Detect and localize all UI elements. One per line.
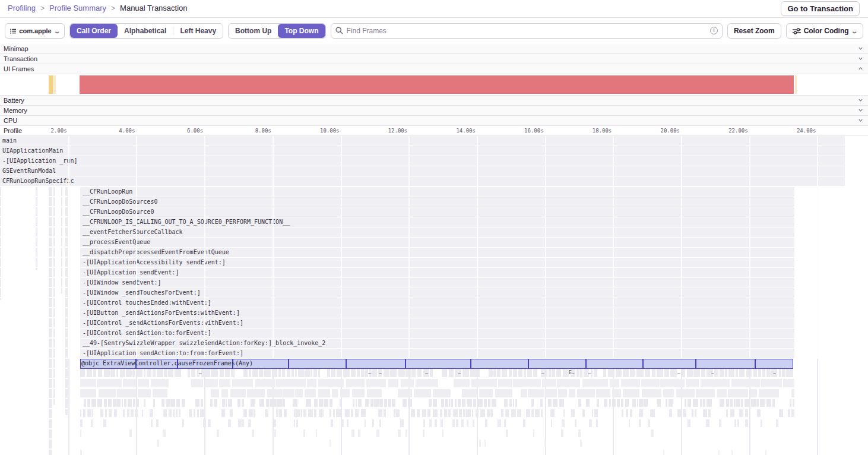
flame-frame[interactable]	[316, 429, 317, 437]
flame-frame[interactable]	[191, 379, 203, 387]
flame-frame[interactable]	[451, 399, 453, 407]
flame-frame[interactable]	[92, 409, 93, 417]
selected-frame-segment[interactable]	[528, 359, 586, 369]
flame-frame[interactable]	[384, 369, 389, 377]
flame-frame[interactable]	[194, 409, 195, 417]
selected-frame-segment[interactable]	[289, 359, 346, 369]
flame-frame[interactable]	[639, 399, 644, 407]
flame-frame[interactable]	[333, 409, 335, 417]
flame-frame[interactable]	[319, 399, 323, 407]
flame-frame[interactable]	[87, 369, 92, 377]
flame-frame[interactable]	[427, 409, 430, 417]
flame-frame[interactable]	[211, 389, 219, 397]
breadcrumb-profiling[interactable]: Profiling	[8, 4, 36, 12]
selected-frame-segment[interactable]	[80, 359, 136, 369]
flame-frame[interactable]	[463, 409, 465, 417]
flame-frame[interactable]	[242, 419, 244, 427]
flame-frame[interactable]	[379, 399, 383, 407]
flame-frame[interactable]	[127, 409, 129, 417]
flame-frame[interactable]	[197, 409, 199, 417]
flame-frame[interactable]	[515, 399, 517, 407]
flame-frame[interactable]	[761, 379, 782, 387]
flame-frame[interactable]	[484, 399, 487, 407]
flame-frame[interactable]	[623, 389, 639, 397]
flame-frame[interactable]	[298, 369, 305, 377]
flame-frame[interactable]	[120, 369, 122, 377]
flame-frame[interactable]	[553, 399, 557, 407]
flame-frame[interactable]	[164, 369, 167, 377]
flame-frame[interactable]	[330, 399, 332, 407]
flame-frame[interactable]	[592, 409, 593, 417]
flame-frame[interactable]	[756, 399, 759, 407]
flame-frame[interactable]	[444, 409, 447, 417]
flame-frame[interactable]: __CFRUNLOOP_IS_CALLING_OUT_TO_A_SOURCE0_…	[80, 217, 794, 227]
flame-frame[interactable]: __CFRunLoopDoSources0	[80, 197, 794, 207]
flame-frame[interactable]: __processEventQueue	[80, 238, 794, 247]
flame-frame[interactable]	[330, 440, 331, 447]
flame-frame[interactable]	[283, 399, 285, 407]
flame-frame[interactable]	[473, 419, 474, 427]
flame-frame[interactable]	[163, 409, 167, 417]
flame-frame[interactable]	[518, 369, 522, 377]
flame-frame[interactable]	[449, 399, 450, 407]
flame-frame[interactable]	[80, 369, 85, 377]
flame-frame[interactable]	[416, 379, 438, 387]
flame-frame[interactable]	[400, 419, 404, 427]
flame-frame[interactable]	[83, 409, 85, 417]
track-row-ui-frames[interactable]: UI Frames	[0, 64, 868, 74]
flame-frame[interactable]	[644, 399, 648, 407]
flame-frame[interactable]	[252, 369, 258, 377]
flame-frame[interactable]	[782, 369, 785, 377]
flame-frame[interactable]	[116, 369, 118, 377]
flame-frame[interactable]	[247, 389, 265, 397]
flame-frame[interactable]	[502, 369, 507, 377]
flame-frame[interactable]	[293, 399, 297, 407]
flame-frame[interactable]	[173, 409, 175, 417]
flame-frame[interactable]	[498, 379, 512, 387]
flame-frame[interactable]	[582, 379, 608, 387]
flame-frame[interactable]	[455, 399, 457, 407]
selected-frame-segment[interactable]	[406, 359, 471, 369]
selected-frame-segment[interactable]	[346, 359, 406, 369]
flame-frame[interactable]	[230, 389, 246, 397]
flame-frame[interactable]	[411, 409, 415, 417]
flame-frame[interactable]: -[UIWindow _sendTouchesForEvent:]	[80, 288, 794, 298]
flame-frame[interactable]	[384, 409, 386, 417]
flame-frame[interactable]	[703, 399, 705, 407]
flame-frame[interactable]	[423, 429, 425, 437]
flame-frame[interactable]	[757, 409, 761, 417]
go-to-transaction-button[interactable]: Go to Transaction	[781, 1, 860, 16]
flame-frame[interactable]: CFRunLoopRunSpecific	[0, 176, 845, 186]
flame-frame[interactable]	[548, 399, 552, 407]
flame-frame[interactable]	[682, 369, 685, 377]
flame-frame[interactable]	[301, 409, 302, 417]
flame-frame[interactable]	[144, 369, 145, 377]
flame-frame[interactable]	[759, 389, 779, 397]
flame-frame[interactable]	[324, 399, 328, 407]
flame-frame[interactable]	[506, 429, 508, 437]
flame-frame[interactable]	[99, 389, 116, 397]
flame-frame[interactable]	[485, 419, 487, 427]
flame-frame[interactable]	[731, 379, 760, 387]
flame-frame[interactable]	[527, 369, 532, 377]
flame-frame[interactable]	[345, 409, 350, 417]
flame-frame[interactable]: __dispatchPreprocessedEventFromEventQueu…	[80, 248, 794, 257]
flame-frame[interactable]	[110, 369, 115, 377]
flame-frame[interactable]	[214, 399, 217, 407]
flame-frame[interactable]	[666, 399, 667, 407]
flame-frame[interactable]	[779, 369, 781, 377]
flame-frame[interactable]	[208, 419, 211, 427]
flame-frame[interactable]	[131, 409, 134, 417]
flame-frame[interactable]	[376, 429, 379, 437]
flame-frame[interactable]	[319, 409, 322, 417]
flame-frame[interactable]	[551, 419, 552, 427]
flame-frame[interactable]: main	[0, 136, 845, 146]
flame-frame[interactable]	[578, 429, 581, 437]
flame-frame[interactable]	[357, 369, 360, 377]
flame-frame[interactable]	[80, 379, 96, 387]
flame-frame[interactable]	[331, 419, 333, 427]
flame-frame[interactable]	[632, 399, 636, 407]
flame-frame[interactable]	[403, 399, 407, 407]
flame-frame[interactable]	[630, 409, 632, 417]
flame-frame[interactable]	[296, 419, 298, 427]
